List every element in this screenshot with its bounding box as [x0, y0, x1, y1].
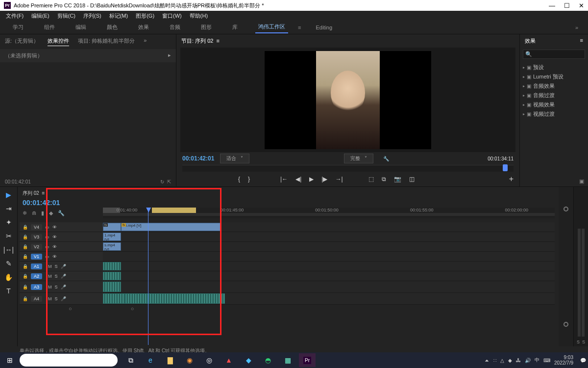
voice-icon[interactable]: 🎤 [61, 274, 66, 279]
taskbar-clock[interactable]: 9:03 2022/7/9 [554, 355, 576, 366]
program-time-ruler[interactable] [182, 165, 514, 172]
workspace-tab[interactable]: 组件 [41, 22, 58, 33]
zoom-handle-left[interactable]: ○ [69, 306, 72, 312]
go-to-in-icon[interactable]: |← [280, 176, 288, 183]
sequence-tab[interactable]: 序列 02 [23, 190, 39, 196]
workspace-overflow-icon[interactable]: » [575, 25, 578, 30]
settings-wrench-icon[interactable]: 🔧 [58, 210, 65, 216]
settings-icon[interactable]: 🔧 [383, 156, 389, 161]
menu-help[interactable]: 帮助(H) [187, 11, 211, 21]
work-area-track[interactable] [103, 213, 555, 216]
app-icon-4[interactable]: ▦ [279, 353, 296, 367]
track-header[interactable]: 🔒V3▭👁 [20, 232, 103, 241]
workspace-tab[interactable]: 库 [229, 22, 241, 33]
track-lane[interactable]: s.mp4 [V] [103, 242, 555, 251]
loop-icon[interactable]: ↻ [160, 179, 164, 184]
wechat-icon[interactable]: ◓ [260, 353, 276, 367]
visibility-icon[interactable]: 👁 [52, 235, 57, 239]
lock-icon[interactable]: 🔒 [23, 285, 28, 289]
close-button[interactable]: ✕ [579, 2, 584, 9]
effects-folder-presets[interactable]: ▸▣预设 [523, 63, 585, 72]
app-icon-1[interactable]: ◉ [181, 353, 198, 367]
taskbar-search[interactable] [20, 354, 118, 367]
notification-icon[interactable]: 💬 [580, 358, 586, 363]
video-clip[interactable]: 05.mp4 [V] [121, 223, 220, 231]
workspace-tab[interactable]: 学习 [10, 22, 26, 33]
solo-icon[interactable]: S [55, 274, 58, 279]
lock-icon[interactable]: 🔒 [23, 235, 28, 239]
effects-folder-audio-trans[interactable]: ▸▣音频过渡 [523, 91, 585, 100]
vscroll-knob-top[interactable] [564, 207, 568, 211]
new-bin-icon[interactable]: ▣ [520, 176, 588, 186]
workspace-tab[interactable]: 效果 [135, 22, 152, 33]
tray-icon[interactable]: ◆ [508, 358, 512, 363]
audio-solo-label[interactable]: S S [574, 340, 588, 344]
tab-source[interactable]: 源:（无剪辑） [5, 37, 39, 46]
hand-tool-icon[interactable]: ✋ [4, 273, 13, 281]
menu-edit[interactable]: 编辑(E) [28, 11, 52, 21]
program-tab[interactable]: 节目: 序列 02 [181, 38, 213, 44]
track-header[interactable]: 🔒A4MS🎤 [20, 293, 103, 304]
lift-icon[interactable]: ⬚ [368, 176, 374, 183]
audio-clip[interactable] [103, 282, 121, 292]
track-lane[interactable] [103, 262, 555, 271]
workspace-menu-icon[interactable]: ≡ [298, 25, 301, 30]
chrome-icon[interactable]: ◎ [201, 353, 218, 367]
chevron-right-icon[interactable]: ▸ [168, 52, 171, 59]
solo-icon[interactable]: S [55, 264, 58, 269]
track-toggle-icon[interactable]: ▭ [45, 225, 49, 230]
video-clip[interactable]: 1.mp4 [V] [103, 233, 121, 241]
tab-project[interactable]: 项目: 帅栋婚礼前半部分 [78, 37, 135, 46]
menu-graphics[interactable]: 图形(G) [133, 11, 157, 21]
step-forward-icon[interactable]: |▶ [321, 176, 327, 183]
extract-icon[interactable]: ⧉ [382, 176, 386, 183]
track-lane[interactable] [103, 271, 555, 281]
linked-selection-icon[interactable]: ⋒ [32, 210, 36, 216]
effects-folder-video-fx[interactable]: ▸▣视频效果 [523, 100, 585, 109]
lock-icon[interactable]: 🔒 [23, 264, 28, 269]
voice-icon[interactable]: 🎤 [61, 285, 66, 289]
tray-keyboard-icon[interactable]: ⌨ [543, 358, 550, 363]
effects-folder-lumetri[interactable]: ▸▣Lumetri 预设 [523, 72, 585, 81]
tray-ime[interactable]: 中 [535, 357, 539, 364]
type-tool-icon[interactable]: T [6, 287, 11, 295]
timeline-playhead[interactable] [148, 208, 148, 345]
track-lane[interactable]: 1.mp4 [V] [103, 232, 555, 241]
track-header[interactable]: 🔒V4▭👁 [20, 222, 103, 232]
minimize-button[interactable]: — [549, 2, 555, 9]
mute-icon[interactable]: M [48, 264, 52, 269]
button-editor-icon[interactable]: + [509, 175, 514, 184]
track-target[interactable]: V1 [31, 254, 42, 260]
selection-tool-icon[interactable]: ▶ [6, 191, 11, 199]
edge-icon[interactable]: e [142, 353, 159, 367]
workspace-tab[interactable]: 音频 [167, 22, 183, 33]
track-header[interactable]: 🔒A2MS🎤 [20, 271, 103, 281]
effects-panel-menu-icon[interactable]: ≡ [580, 37, 583, 45]
effects-search-input[interactable]: 🔍 [523, 50, 585, 59]
timeline-vscroll[interactable] [559, 187, 573, 346]
play-icon[interactable]: ▶ [309, 176, 314, 183]
ripple-tool-icon[interactable]: ✦ [6, 218, 12, 226]
export-frame-icon[interactable]: 📷 [394, 176, 401, 183]
audio-clip[interactable] [103, 293, 125, 304]
tray-icon[interactable]: ∷ [493, 358, 496, 363]
menu-clip[interactable]: 剪辑(C) [54, 11, 78, 21]
visibility-icon[interactable]: 👁 [52, 244, 57, 249]
program-playhead[interactable] [503, 164, 508, 171]
explorer-icon[interactable]: ▇ [162, 353, 178, 367]
track-select-tool-icon[interactable]: ⇥ [6, 205, 12, 212]
track-lane[interactable] [103, 252, 555, 261]
pen-tool-icon[interactable]: ✎ [6, 260, 12, 267]
mute-icon[interactable]: M [48, 274, 52, 279]
workspace-tab[interactable]: 颜色 [104, 22, 121, 33]
track-header[interactable]: 🔒V1▭👁 [20, 252, 103, 261]
marker-add-icon[interactable]: ◆ [49, 210, 53, 216]
zoom-handle-right[interactable]: ○ [131, 306, 134, 312]
mark-out-icon[interactable]: } [248, 176, 250, 183]
video-clip[interactable] [103, 223, 121, 231]
video-clip[interactable]: s.mp4 [V] [103, 242, 121, 251]
workspace-tab[interactable]: 图形 [198, 22, 215, 33]
workspace-tab[interactable]: 编辑 [73, 22, 89, 33]
snap-icon[interactable]: ❄ [23, 210, 27, 216]
timeline-zoom-bar[interactable]: ○ ○ [20, 305, 555, 313]
